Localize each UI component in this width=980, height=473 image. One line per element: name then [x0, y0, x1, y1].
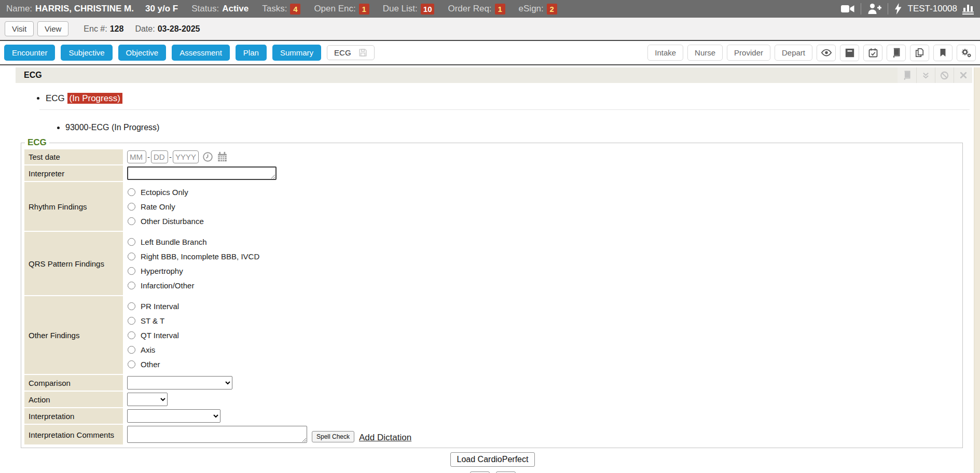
gears-icon[interactable] [957, 45, 976, 61]
scrollbar-track[interactable] [974, 67, 980, 473]
tab-encounter[interactable]: Encounter [4, 45, 55, 61]
interpretation-comments-input[interactable] [127, 426, 307, 443]
esign-badge[interactable]: 2 [547, 4, 557, 15]
open-enc-badge[interactable]: 1 [359, 4, 369, 15]
provider-button[interactable]: Provider [727, 45, 770, 61]
eye-icon[interactable] [817, 45, 836, 61]
order-req-label: Order Req: [448, 4, 491, 14]
tasks-badge[interactable]: 4 [290, 4, 300, 15]
rhythm-findings-label: Rhythm Findings [24, 182, 123, 231]
radio-button[interactable] [128, 238, 135, 246]
enc-number-label: Enc #: [84, 24, 107, 34]
depart-button[interactable]: Depart [775, 45, 812, 61]
radio-option[interactable]: Rate Only [127, 199, 175, 214]
view-button[interactable]: View [37, 21, 68, 36]
tab-summary[interactable]: Summary [272, 45, 321, 61]
section-header-actions [898, 67, 972, 83]
radio-option[interactable]: Hypertrophy [127, 263, 183, 278]
radio-button[interactable] [128, 346, 135, 354]
other-findings-label: Other Findings [24, 296, 123, 374]
nurse-button[interactable]: Nurse [687, 45, 723, 61]
video-camera-icon[interactable] [841, 5, 854, 13]
radio-button[interactable] [128, 188, 135, 196]
encounter-bar: Visit View Enc #: 128 Date: 03-28-2025 [0, 18, 980, 41]
visit-button[interactable]: Visit [5, 21, 34, 36]
radio-option[interactable]: PR Interval [127, 299, 179, 313]
load-cardioperfect-button[interactable]: Load CardioPerfect [450, 452, 535, 467]
radio-option[interactable]: Axis [127, 342, 155, 357]
interpreter-field [124, 165, 959, 181]
radio-option[interactable]: QT Interval [127, 328, 179, 342]
section-title: ECG [24, 71, 42, 80]
person-add-icon[interactable] [867, 3, 881, 15]
tab-plan[interactable]: Plan [236, 45, 267, 61]
comparison-select[interactable] [127, 376, 232, 389]
radio-label: QT Interval [141, 331, 179, 340]
tab-subjective[interactable]: Subjective [61, 45, 112, 61]
bar-chart-icon[interactable] [962, 3, 974, 15]
order-req-badge[interactable]: 1 [495, 4, 505, 15]
close-icon[interactable] [954, 67, 972, 83]
tab-objective[interactable]: Objective [118, 45, 167, 61]
radio-option[interactable]: ST & T [127, 313, 164, 328]
esign-label: eSign: [519, 4, 544, 14]
radio-option[interactable]: Other [127, 357, 160, 371]
due-list-label: Due List: [383, 4, 418, 14]
order-item-ecg[interactable]: ECG (In Progress) [46, 93, 970, 104]
bookmark-icon[interactable] [933, 45, 953, 61]
radio-option[interactable]: Ectopics Only [127, 185, 188, 199]
radio-button[interactable] [128, 302, 135, 310]
copy-icon[interactable] [910, 45, 929, 61]
test-date-day-input[interactable] [151, 150, 168, 163]
book-icon[interactable] [887, 45, 906, 61]
intake-button[interactable]: Intake [647, 45, 683, 61]
open-enc-label: Open Enc: [314, 4, 355, 14]
radio-option[interactable]: Right BBB, Incomplete BBB, IVCD [127, 249, 259, 263]
tab-assessment[interactable]: Assessment [172, 45, 230, 61]
save-icon[interactable] [358, 48, 367, 57]
add-dictation-link[interactable]: Add Dictation [359, 433, 411, 443]
radio-option[interactable]: Other Disturbance [127, 214, 204, 228]
radio-button[interactable] [128, 203, 135, 211]
interpretation-select[interactable] [127, 409, 220, 423]
ecg-form: ECG Test date - - Interpreter [21, 137, 963, 448]
interpreter-input[interactable] [127, 166, 277, 180]
radio-button[interactable] [128, 267, 135, 275]
radio-option[interactable]: Infarction/Other [127, 278, 194, 293]
radio-button[interactable] [128, 253, 135, 260]
status-label: Status: [191, 4, 219, 14]
action-select[interactable] [127, 393, 168, 406]
radio-button[interactable] [128, 331, 135, 339]
orders-list: ECG (In Progress) [16, 93, 970, 104]
divider [861, 3, 861, 15]
tab-ecg-active[interactable]: ECG [327, 45, 375, 60]
order-item-93000-ecg[interactable]: 93000-ECG (In Progress) [65, 123, 970, 132]
qrs-pattern-findings-group: Left Bundle Branch Right BBB, Incomplete… [124, 232, 959, 295]
radio-button[interactable] [128, 282, 135, 289]
other-findings-group: PR Interval ST & T QT Interval Axis Othe… [124, 296, 959, 374]
radio-button[interactable] [128, 217, 135, 225]
ecg-section-content: ECG (In Progress) 93000-ECG (In Progress… [0, 93, 980, 473]
due-list-badge[interactable]: 10 [421, 4, 435, 15]
interpretation-comments-field: Spell Check Add Dictation [124, 425, 959, 444]
test-date-year-input[interactable] [173, 150, 199, 163]
block-icon[interactable] [935, 67, 954, 83]
test-date-label: Test date [24, 149, 123, 164]
note-toolbar: Encounter Subjective Objective Assessmen… [0, 41, 980, 65]
order-sub-list: 93000-ECG (In Progress) [16, 123, 970, 132]
lightning-icon[interactable] [894, 3, 902, 15]
radio-button[interactable] [128, 360, 135, 368]
spell-check-button[interactable]: Spell Check [312, 431, 354, 442]
test-date-month-input[interactable] [127, 150, 146, 163]
radio-label: Other Disturbance [141, 217, 204, 226]
radio-option[interactable]: Left Bundle Branch [127, 234, 207, 249]
calendar-icon[interactable] [863, 45, 882, 61]
radio-label: Infarction/Other [141, 281, 194, 290]
archive-icon[interactable] [840, 45, 859, 61]
book-icon[interactable] [898, 67, 916, 83]
interpretation-field [124, 408, 959, 424]
radio-button[interactable] [128, 317, 135, 325]
collapse-icon[interactable] [916, 67, 935, 83]
clock-icon[interactable] [202, 151, 213, 162]
calendar-picker-icon[interactable] [217, 151, 228, 162]
